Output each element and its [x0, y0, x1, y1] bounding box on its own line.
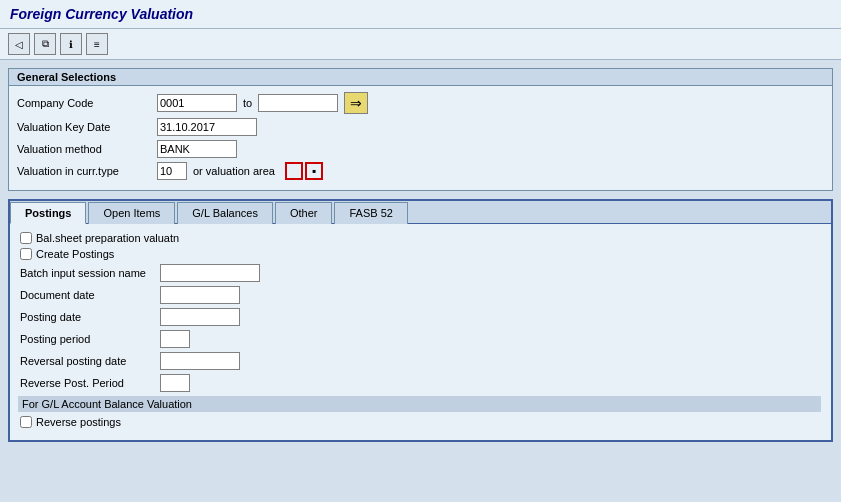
reversal-posting-input[interactable]	[160, 352, 240, 370]
copy-button[interactable]: ⧉	[34, 33, 56, 55]
valuation-area-icon1[interactable]	[285, 162, 303, 180]
reverse-post-period-input[interactable]	[160, 374, 190, 392]
batch-input-field[interactable]	[160, 264, 260, 282]
document-date-input[interactable]	[160, 286, 240, 304]
document-date-row: Document date	[20, 286, 821, 304]
create-postings-label: Create Postings	[36, 248, 114, 260]
valuation-method-row: Valuation method	[17, 140, 824, 158]
bal-sheet-row: Bal.sheet preparation valuatn	[20, 232, 821, 244]
or-valuation-area-label: or valuation area	[193, 165, 275, 177]
gl-account-section-header: For G/L Account Balance Valuation	[18, 396, 821, 412]
tab-gl-balances[interactable]: G/L Balances	[177, 202, 273, 224]
menu-button[interactable]: ≡	[86, 33, 108, 55]
postings-tab-content: Bal.sheet preparation valuatn Create Pos…	[10, 224, 831, 440]
company-code-row: Company Code to ⇒	[17, 92, 824, 114]
app-title: Foreign Currency Valuation	[10, 6, 193, 22]
create-postings-row: Create Postings	[20, 248, 821, 260]
tab-other[interactable]: Other	[275, 202, 333, 224]
valuation-method-label: Valuation method	[17, 143, 157, 155]
valuation-curr-type-row: Valuation in curr.type or valuation area…	[17, 162, 824, 180]
posting-date-input[interactable]	[160, 308, 240, 326]
posting-period-row: Posting period	[20, 330, 821, 348]
reversal-posting-row: Reversal posting date	[20, 352, 821, 370]
reversal-posting-label: Reversal posting date	[20, 355, 160, 367]
title-bar: Foreign Currency Valuation	[0, 0, 841, 29]
valuation-area-icon2[interactable]: ▪	[305, 162, 323, 180]
tabs-header: Postings Open Items G/L Balances Other F…	[10, 201, 831, 224]
general-selections-group: General Selections Company Code to ⇒ Val…	[8, 68, 833, 191]
company-code-label: Company Code	[17, 97, 157, 109]
document-date-label: Document date	[20, 289, 160, 301]
tabs-container: Postings Open Items G/L Balances Other F…	[8, 199, 833, 442]
reverse-postings-label: Reverse postings	[36, 416, 121, 428]
to-label: to	[243, 97, 252, 109]
company-code-input[interactable]	[157, 94, 237, 112]
general-selections-content: Company Code to ⇒ Valuation Key Date Val…	[9, 86, 832, 190]
tab-open-items[interactable]: Open Items	[88, 202, 175, 224]
company-code-to-input[interactable]	[258, 94, 338, 112]
posting-date-label: Posting date	[20, 311, 160, 323]
valuation-key-date-row: Valuation Key Date	[17, 118, 824, 136]
batch-input-row: Batch input session name	[20, 264, 821, 282]
reverse-post-period-row: Reverse Post. Period	[20, 374, 821, 392]
reverse-postings-row: Reverse postings	[20, 416, 821, 428]
bal-sheet-checkbox[interactable]	[20, 232, 32, 244]
posting-period-label: Posting period	[20, 333, 160, 345]
tab-postings[interactable]: Postings	[10, 202, 86, 224]
posting-period-input[interactable]	[160, 330, 190, 348]
tab-fasb52[interactable]: FASB 52	[334, 202, 407, 224]
info-button[interactable]: ℹ	[60, 33, 82, 55]
valuation-curr-type-input[interactable]	[157, 162, 187, 180]
back-button[interactable]: ◁	[8, 33, 30, 55]
valuation-area-icons: ▪	[285, 162, 325, 180]
bal-sheet-label: Bal.sheet preparation valuatn	[36, 232, 179, 244]
gl-account-section-label: For G/L Account Balance Valuation	[22, 398, 192, 410]
company-code-select-button[interactable]: ⇒	[344, 92, 368, 114]
general-selections-title: General Selections	[9, 69, 832, 86]
valuation-curr-type-label: Valuation in curr.type	[17, 165, 157, 177]
valuation-key-date-label: Valuation Key Date	[17, 121, 157, 133]
create-postings-checkbox[interactable]	[20, 248, 32, 260]
reverse-post-period-label: Reverse Post. Period	[20, 377, 160, 389]
main-content: General Selections Company Code to ⇒ Val…	[0, 60, 841, 450]
toolbar: ◁ ⧉ ℹ ≡	[0, 29, 841, 60]
posting-date-row: Posting date	[20, 308, 821, 326]
batch-input-label: Batch input session name	[20, 267, 160, 279]
valuation-method-input[interactable]	[157, 140, 237, 158]
valuation-key-date-input[interactable]	[157, 118, 257, 136]
reverse-postings-checkbox[interactable]	[20, 416, 32, 428]
